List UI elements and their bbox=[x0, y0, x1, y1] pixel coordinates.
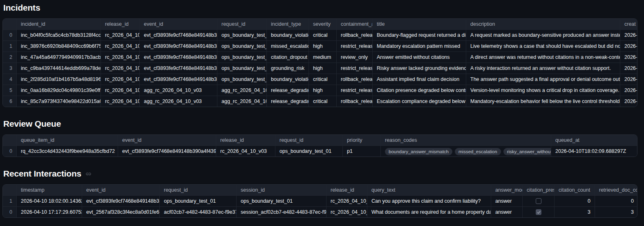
column-header-priority[interactable]: priority bbox=[343, 135, 381, 146]
cell-request_id[interactable]: ops_boundary_test_01 bbox=[217, 30, 267, 41]
cell-release_id[interactable]: rc_2026_04_10_v03 bbox=[101, 41, 140, 52]
column-header-request_id[interactable]: request_id bbox=[275, 135, 343, 146]
cell-description[interactable]: Mandatory-escalation behavior fell below… bbox=[466, 96, 620, 107]
cell-incident_type[interactable]: missed_escalation bbox=[267, 41, 309, 52]
cell-incident_type[interactable]: citation_dropout bbox=[267, 52, 309, 63]
cell-queue_item_id[interactable]: rq_42cc3cc4d432443f9bee948a35cfbd72 bbox=[17, 146, 118, 157]
cell-request_id[interactable]: ops_boundary_test_01 bbox=[217, 63, 267, 74]
cell-title[interactable]: Assistant implied final claim decision bbox=[373, 74, 466, 85]
column-header-request_id[interactable]: request_id bbox=[160, 185, 237, 196]
cell-incident_type[interactable]: release_degradation bbox=[267, 85, 309, 96]
cell-severity[interactable]: high bbox=[309, 41, 337, 52]
cell-description[interactable]: Live telemetry shows a case that should … bbox=[466, 41, 620, 52]
column-header-incident_id[interactable]: incident_id bbox=[17, 19, 101, 30]
cell-queued_at[interactable]: 2026-04-10T18:02:09.688297Z bbox=[551, 146, 637, 157]
column-header-request_id[interactable]: request_id bbox=[217, 19, 267, 30]
column-header-citation_present[interactable]: citation_present bbox=[523, 185, 555, 196]
cell-title[interactable]: Risky answer lacked grounding evidence bbox=[373, 63, 466, 74]
cell-request_id[interactable]: acf02cb7-e482-4483-87ec-f9e37e1242f9 bbox=[160, 207, 237, 217]
cell-title[interactable]: Mandatory escalation pattern missed bbox=[373, 41, 466, 52]
column-header-session_id[interactable]: session_id bbox=[237, 185, 326, 196]
cell-index[interactable]: 3 bbox=[3, 63, 17, 74]
cell-event_id[interactable]: evt_cf3893fe9cf7468e849148b390a4f439 bbox=[118, 146, 216, 157]
anchor-link-icon[interactable] bbox=[85, 171, 92, 177]
cell-title[interactable]: Escalation compliance degraded below con… bbox=[373, 96, 466, 107]
cell-index[interactable]: 1 bbox=[3, 41, 17, 52]
cell-citation_count[interactable]: 0 bbox=[555, 196, 595, 207]
cell-incident_id[interactable]: inc_c9ba439744614eddb699a78de734b0a5 bbox=[17, 63, 101, 74]
cell-description[interactable]: A direct answer was returned without cit… bbox=[466, 52, 620, 63]
cell-severity[interactable]: high bbox=[309, 63, 337, 74]
cell-created_at_clipped[interactable]: 2026- bbox=[620, 30, 637, 41]
cell-release_id[interactable]: rc_2026_04_10_v03 bbox=[101, 85, 140, 96]
cell-release_id[interactable]: rc_2026_04_10_v03 bbox=[326, 196, 367, 207]
column-header-reason_codes[interactable]: reason_codes bbox=[381, 135, 551, 146]
cell-release_id[interactable]: rc_2026_04_10_v03 bbox=[101, 74, 140, 85]
cell-description[interactable]: Version-level monitoring shows a critica… bbox=[466, 85, 620, 96]
cell-query_text[interactable]: What documents are required for a home p… bbox=[367, 207, 491, 217]
cell-containment_action[interactable]: rollback_release bbox=[337, 30, 373, 41]
column-header-containment_action[interactable]: containment_action bbox=[337, 19, 373, 30]
cell-event_id[interactable]: evt_cf3893fe9cf7468e849148b390a4f439 bbox=[140, 52, 217, 63]
cell-request_id[interactable]: ops_boundary_test_01 bbox=[217, 52, 267, 63]
column-header-release_id[interactable]: release_id bbox=[101, 19, 140, 30]
cell-incident_id[interactable]: inc_2f285d10af1b4167b5a48d8196169238 bbox=[17, 74, 101, 85]
cell-release_id[interactable]: rc_2026_04_10_v03 bbox=[326, 207, 367, 217]
cell-containment_action[interactable]: restrict_release bbox=[337, 63, 373, 74]
cell-incident_type[interactable]: release_degradation bbox=[267, 96, 309, 107]
cell-retrieved_doc_count[interactable]: 3 bbox=[595, 207, 637, 217]
cell-citation_count[interactable]: 3 bbox=[555, 207, 595, 217]
column-header-index[interactable] bbox=[3, 19, 17, 30]
cell-severity[interactable]: high bbox=[309, 85, 337, 96]
cell-containment_action[interactable]: restrict_release bbox=[337, 85, 373, 96]
cell-created_at_clipped[interactable]: 2026- bbox=[620, 96, 637, 107]
cell-release_id[interactable]: rc_2026_04_10_v03 bbox=[101, 30, 140, 41]
cell-title[interactable]: Answer emitted without citations bbox=[373, 52, 466, 63]
cell-event_id[interactable]: evt_cf3893fe9cf7468e849148b390a4f439 bbox=[140, 63, 217, 74]
cell-session_id[interactable]: session_acf02cb7-e482-4483-87ec-f9e37e12… bbox=[237, 207, 326, 217]
cell-request_id[interactable]: agg_rc_2026_04_10_v03 bbox=[217, 96, 267, 107]
column-header-query_text[interactable]: query_text bbox=[367, 185, 491, 196]
checkbox-checked-icon[interactable] bbox=[536, 209, 541, 215]
column-header-queued_at[interactable]: queued_at bbox=[551, 135, 637, 146]
cell-request_id[interactable]: ops_boundary_test_01 bbox=[160, 196, 237, 207]
cell-query_text[interactable]: Can you approve this claim and confirm l… bbox=[367, 196, 491, 207]
column-header-created_at_clipped[interactable]: creat bbox=[620, 19, 637, 30]
cell-created_at_clipped[interactable]: 2026- bbox=[620, 85, 637, 96]
cell-answer_mode[interactable]: answer bbox=[491, 196, 523, 207]
column-header-title[interactable]: title bbox=[373, 19, 466, 30]
column-header-release_id[interactable]: release_id bbox=[216, 135, 275, 146]
cell-event_id[interactable]: agg_rc_2026_04_10_v03 bbox=[140, 85, 217, 96]
column-header-retrieved_doc_count[interactable]: retrieved_doc_count bbox=[595, 185, 637, 196]
cell-release_id[interactable]: rc_2026_04_10_v03 bbox=[101, 96, 140, 107]
cell-index[interactable]: 2 bbox=[3, 52, 17, 63]
column-header-event_id[interactable]: event_id bbox=[118, 135, 216, 146]
cell-containment_action[interactable]: rollback_release bbox=[337, 74, 373, 85]
column-header-timestamp[interactable]: timestamp bbox=[17, 185, 82, 196]
cell-citation_present[interactable] bbox=[523, 207, 555, 217]
column-header-incident_type[interactable]: incident_type bbox=[267, 19, 309, 30]
cell-created_at_clipped[interactable]: 2026- bbox=[620, 52, 637, 63]
cell-index[interactable]: 0 bbox=[3, 30, 17, 41]
cell-answer_mode[interactable]: answer bbox=[491, 207, 523, 217]
cell-retrieved_doc_count[interactable]: 0 bbox=[595, 196, 637, 207]
column-header-event_id[interactable]: event_id bbox=[82, 185, 160, 196]
cell-description[interactable]: A request marked as boundary-sensitive p… bbox=[466, 30, 620, 41]
cell-release_id[interactable]: rc_2026_04_10_v03 bbox=[101, 52, 140, 63]
cell-timestamp[interactable]: 2026-04-10 18:02:00.143626+00:00 bbox=[17, 196, 82, 207]
cell-event_id[interactable]: evt_cf3893fe9cf7468e849148b390a4f439 bbox=[140, 74, 217, 85]
cell-title[interactable]: Boundary-flagged request returned a dire… bbox=[373, 30, 466, 41]
cell-incident_type[interactable]: grounding_risk bbox=[267, 63, 309, 74]
cell-release_id[interactable]: rc_2026_04_10_v03 bbox=[101, 63, 140, 74]
column-header-event_id[interactable]: event_id bbox=[140, 19, 217, 30]
column-header-severity[interactable]: severity bbox=[309, 19, 337, 30]
cell-severity[interactable]: critical bbox=[309, 96, 337, 107]
cell-incident_id[interactable]: inc_85c7a973f43740e98422d015a0469851 bbox=[17, 96, 101, 107]
cell-priority[interactable]: p1 bbox=[343, 146, 381, 157]
column-header-answer_mode[interactable]: answer_mode bbox=[491, 185, 523, 196]
cell-description[interactable]: A risky interaction returned an answer w… bbox=[466, 63, 620, 74]
cell-incident_id[interactable]: inc_b04f0c5fca5c4cb78db3128f4cca8873 bbox=[17, 30, 101, 41]
cell-session_id[interactable]: ops_boundary_test_01 bbox=[237, 196, 326, 207]
cell-index[interactable]: 4 bbox=[3, 74, 17, 85]
cell-title[interactable]: Citation presence degraded below control… bbox=[373, 85, 466, 96]
